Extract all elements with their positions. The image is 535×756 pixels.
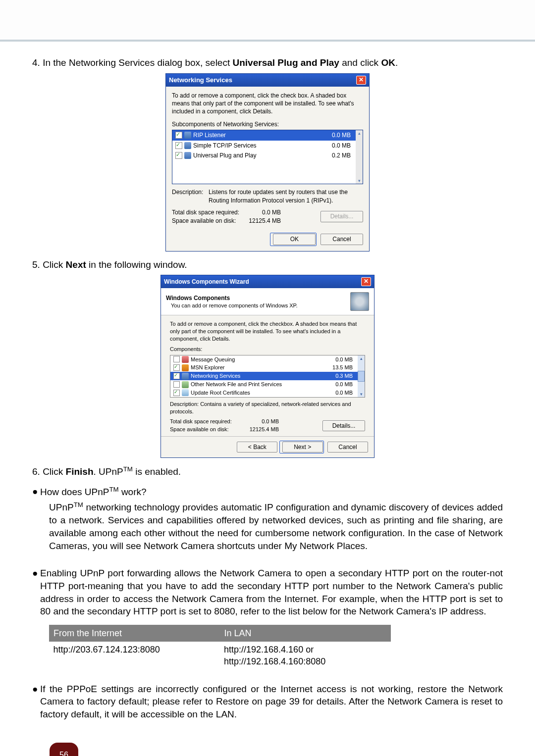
subcomponent-row[interactable]: RIP Listener0.0 MB (172, 130, 356, 140)
cell-lan: http://192.168.4.160 or http://192.168.4… (220, 642, 391, 670)
page-number-tab: 56 (50, 743, 78, 756)
wizard-title: Windows Components Wizard (164, 278, 249, 286)
step-5: 5. Click Next in the following window. (32, 258, 503, 271)
step-6-num: 6. (32, 467, 40, 477)
dialog-intro: To add or remove a component, click the … (172, 92, 363, 116)
checkbox[interactable] (175, 152, 182, 159)
subcomponent-row[interactable]: Universal Plug and Play0.2 MB (172, 151, 356, 160)
scroll-up-icon[interactable]: ▴ (360, 355, 363, 361)
row-size: 13.5 MB (325, 364, 355, 371)
wizard-titlebar: Windows Components Wizard ✕ (161, 275, 374, 288)
how-para-a: UPnP (49, 503, 74, 513)
wizard-header-title: Windows Components (166, 294, 298, 302)
pppoe-bullet: ● If the PPPoE settings are incorrectly … (32, 683, 503, 721)
row-label: Simple TCP/IP Services (193, 142, 321, 150)
subcomponents-list[interactable]: RIP Listener0.0 MBSimple TCP/IP Services… (172, 130, 363, 184)
step-4: 4. In the Networking Services dialog box… (32, 56, 503, 69)
component-row[interactable]: Message Queuing0.0 MB (170, 355, 358, 364)
checkbox[interactable] (173, 381, 180, 388)
checkbox[interactable] (173, 364, 180, 371)
wizard-intro: To add or remove a component, click the … (170, 320, 365, 343)
scrollbar[interactable]: ▴ ▾ (356, 130, 363, 184)
checkbox[interactable] (173, 356, 180, 362)
components-wizard-dialog: Windows Components Wizard ✕ Windows Comp… (160, 275, 374, 458)
component-icon (182, 381, 189, 388)
row-label: RIP Listener (193, 131, 321, 139)
row-size: 0.0 MB (323, 142, 353, 150)
component-icon (184, 132, 191, 139)
back-button[interactable]: < Back (237, 442, 277, 453)
avail-label: Space available on disk: (172, 217, 246, 225)
networking-services-dialog: Networking Services ✕ To add or remove a… (165, 73, 370, 252)
dialog-title: Networking Services (169, 76, 232, 85)
component-icon (182, 356, 189, 363)
wiz-avail-label: Space available on disk: (170, 426, 244, 433)
document-body: 4. In the Networking Services dialog box… (0, 42, 535, 756)
scrollbar[interactable]: ▴ ▾ (358, 355, 365, 397)
description-label: Description: (172, 188, 206, 204)
row-size: 0.3 MB (325, 372, 355, 380)
component-row[interactable]: Other Network File and Print Services0.0… (170, 380, 358, 389)
component-icon (182, 364, 189, 371)
how-upnp-paragraph: UPnPTM networking technology provides au… (49, 501, 503, 552)
dialog-titlebar: Networking Services ✕ (166, 74, 369, 87)
row-label: MSN Explorer (191, 364, 323, 371)
step-5-num: 5. (32, 259, 40, 270)
table-header-internet: From the Internet (50, 625, 220, 641)
step-6: 6. Click Finish. UPnPTM is enabled. (32, 465, 503, 478)
close-icon[interactable]: ✕ (361, 277, 371, 286)
row-label: Networking Services (191, 372, 323, 380)
bullet-icon: ● (32, 683, 40, 721)
component-row[interactable]: Networking Services0.3 MB (170, 372, 358, 380)
step-4-bold2: OK (381, 57, 395, 68)
row-size: 0.0 MB (325, 381, 355, 388)
row-label: Update Root Certificates (191, 389, 323, 397)
close-icon[interactable]: ✕ (356, 76, 366, 85)
subcomponent-row[interactable]: Simple TCP/IP Services0.0 MB (172, 141, 356, 151)
bullet-icon: ● (32, 485, 40, 499)
wizard-header-sub: You can add or remove components of Wind… (171, 302, 298, 309)
wiz-cancel-button[interactable]: Cancel (327, 442, 368, 453)
checkbox[interactable] (175, 142, 182, 149)
step-4-text-c: . (395, 57, 398, 68)
step-4-bold: Universal Plug and Play (233, 57, 339, 68)
row-size: 0.0 MB (325, 389, 355, 397)
step-6-text-a: Click (43, 467, 65, 477)
step-4-text-a: In the Networking Services dialog box, s… (43, 57, 232, 68)
description-text: Listens for route updates sent by router… (209, 188, 363, 204)
step-5-bold: Next (66, 259, 86, 270)
checkbox[interactable] (173, 390, 180, 396)
wiz-avail-value: 12125.4 MB (244, 426, 279, 433)
cancel-button[interactable]: Cancel (321, 234, 363, 245)
component-icon (182, 389, 189, 396)
component-row[interactable]: Update Root Certificates0.0 MB (170, 389, 358, 397)
component-icon (184, 152, 191, 159)
scroll-up-icon[interactable]: ▴ (358, 130, 361, 136)
scroll-down-icon[interactable]: ▾ (358, 178, 361, 184)
component-icon (184, 142, 191, 149)
row-size: 0.2 MB (323, 151, 353, 159)
component-row[interactable]: MSN Explorer13.5 MB (170, 363, 358, 372)
checkbox[interactable] (175, 132, 182, 139)
scroll-thumb[interactable] (358, 371, 365, 382)
top-border (0, 0, 535, 42)
step-4-num: 4. (32, 57, 40, 68)
req-value: 0.0 MB (246, 208, 281, 217)
ok-button[interactable]: OK (273, 234, 316, 245)
components-list[interactable]: Message Queuing0.0 MBMSN Explorer13.5 MB… (170, 355, 365, 398)
next-button[interactable]: Next > (282, 442, 323, 453)
wiz-details-button[interactable]: Details... (322, 420, 365, 431)
tm-superscript: TM (123, 465, 133, 473)
row-label: Other Network File and Print Services (191, 381, 323, 388)
checkbox[interactable] (173, 373, 180, 379)
component-icon (182, 373, 189, 380)
wizard-description: Description: Contains a variety of speci… (170, 401, 365, 415)
row-label: Message Queuing (191, 356, 323, 363)
step-6-text-b: . UPnP (94, 467, 123, 477)
details-button[interactable]: Details... (321, 211, 363, 222)
pppoe-text: If the PPPoE settings are incorrectly co… (40, 683, 503, 721)
wiz-req-value: 0.0 MB (244, 418, 279, 425)
wizard-icon (350, 292, 369, 311)
scroll-down-icon[interactable]: ▾ (360, 391, 363, 397)
how-upnp-text-b: work? (119, 487, 147, 498)
